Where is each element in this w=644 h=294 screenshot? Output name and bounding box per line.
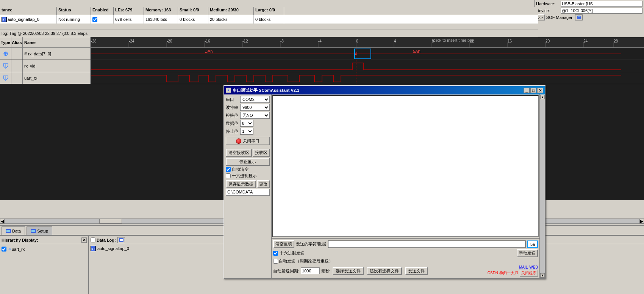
manual-send-btn[interactable]: 手动发送: [517, 249, 538, 257]
scom-title-controls: _ □ ✕: [524, 88, 543, 93]
tab-setup-label: Setup: [37, 229, 48, 233]
tab-setup[interactable]: Setup: [27, 226, 52, 235]
scom-window[interactable]: 串口调试助手 SComAssistant V2.1 _ □ ✕ 串口 COM2: [224, 85, 546, 279]
no-file-btn[interactable]: 还没有选择文件: [367, 267, 402, 275]
svg-text:0: 0: [356, 39, 358, 43]
hex-send-checkbox[interactable]: [273, 251, 278, 256]
svg-text:20: 20: [546, 39, 550, 43]
device-value[interactable]: @1: 10CL006[Y]: [561, 8, 642, 14]
minimize-btn[interactable]: _: [524, 88, 530, 93]
v-scrollbar-right[interactable]: ▲ ▼: [539, 94, 545, 278]
sof-manager-label: SOF Manager:: [546, 15, 574, 20]
scom-left-panel: 串口 COM2 波特率 9600 检验位 无NO: [224, 94, 272, 278]
stopbits-select[interactable]: 1: [240, 128, 253, 135]
hierarchy-item-uartrx[interactable]: ➜ uart_rx: [2, 246, 87, 252]
tab-data[interactable]: Data: [2, 226, 25, 235]
instance-name-cell[interactable]: ST auto_signaltap_0: [0, 15, 57, 24]
baud-select[interactable]: 9600: [240, 104, 270, 111]
scroll-down-btn[interactable]: ▼: [540, 273, 545, 278]
uartrx-name: uart_rx: [23, 72, 91, 84]
send-row-2: 十六进制发送 手动发送: [273, 249, 538, 257]
recv-area-btn[interactable]: 接收区: [253, 149, 270, 157]
databits-select[interactable]: 8: [240, 120, 253, 127]
send-chars-label: 发送的字符/数据: [296, 241, 326, 247]
rxvld-alias: [11, 60, 23, 72]
save-data-btn[interactable]: 保存显示数据: [226, 180, 256, 188]
close-btn[interactable]: ✕: [537, 88, 543, 93]
instance-small: 0 blocks: [178, 15, 208, 24]
parity-select[interactable]: 无NO: [240, 112, 270, 119]
open-port-btn[interactable]: 关闭串口: [226, 137, 270, 145]
scom-right-panel: 清空重填 发送的字符/数据 5a 十六进制发送 手动发送: [272, 94, 545, 278]
save-buttons-row: 保存显示数据 更改: [226, 180, 270, 188]
stop-display-btn[interactable]: 停止显示: [226, 158, 270, 166]
col-status: Status: [57, 7, 91, 15]
watermark-links: MAIL WEB: [519, 265, 538, 270]
send-input[interactable]: [328, 241, 526, 248]
scom-body: 串口 COM2 波特率 9600 检验位 无NO: [224, 94, 545, 278]
instance-les: 679 cells: [114, 15, 144, 24]
signal-header: Type Alias Name -28 -24 -20 -16: [0, 37, 644, 48]
scroll-up-btn[interactable]: ▲: [540, 95, 545, 99]
web-link[interactable]: WEB: [529, 265, 538, 270]
scroll-right-btn[interactable]: ▶: [639, 219, 644, 223]
baud-row: 波特率 9600: [226, 104, 270, 111]
auto-clear-checkbox[interactable]: [226, 167, 231, 172]
svg-text:-28: -28: [91, 39, 97, 43]
svg-rect-86: [6, 230, 10, 232]
expand-icon[interactable]: ⊞: [24, 52, 27, 56]
close-program-btn[interactable]: 关闭程序: [520, 270, 538, 277]
mail-link[interactable]: MAIL: [519, 265, 528, 270]
auto-clear-row: 自动清空: [226, 167, 270, 172]
svg-text:-20: -20: [167, 39, 172, 43]
select-file-btn[interactable]: 选择发送文件: [333, 267, 364, 275]
timeline-ticks-area: -28 -24 -20 -16 -12 -8 -4 0 4: [91, 37, 644, 47]
hierarchy-checkbox[interactable]: [2, 247, 6, 252]
scroll-left-btn[interactable]: ◀: [0, 219, 5, 223]
rxdata-wave-svg: DAh 5Ah X: [91, 48, 644, 60]
hierarchy-close-btn[interactable]: ✕: [81, 237, 87, 243]
tab-data-label: Data: [12, 229, 21, 233]
modify-btn[interactable]: 更改: [257, 180, 270, 188]
log-bar: log: Trig @ 2022/02/03 22:39:27 (0:0:8.3…: [0, 30, 538, 37]
svg-rect-92: [228, 90, 229, 91]
signal-row-rxvld[interactable]: rx_vld: [0, 60, 644, 72]
receive-textarea[interactable]: [272, 95, 539, 237]
hex-display-row: 十六进制显示: [226, 173, 270, 179]
period-label: 自动发送周期:: [273, 268, 299, 274]
clear-reset-btn[interactable]: 清空重填: [273, 240, 294, 248]
auto-send-checkbox[interactable]: [273, 259, 278, 264]
port-label: 串口: [226, 97, 240, 102]
scroll-thumb[interactable]: [99, 219, 122, 223]
timebar-notice[interactable]: click to insert time bar: [433, 38, 474, 42]
port-row: 串口 COM2: [226, 96, 270, 103]
send-value-box[interactable]: 5a: [527, 241, 538, 248]
baud-label: 波特率: [226, 105, 240, 110]
signal-row-rxdata[interactable]: ⊕ ⊞ rx_data[7..0] DAh 5Ah X: [0, 48, 644, 60]
col-medium: Medium: 20/30: [208, 7, 254, 15]
maximize-btn[interactable]: □: [530, 88, 536, 93]
instance-enabled[interactable]: [91, 15, 114, 24]
clear-recv-btn[interactable]: 清空接收区: [226, 149, 252, 157]
send-file-btn[interactable]: 发送文件: [405, 267, 428, 275]
hardware-value[interactable]: USB-Blaster [US: [561, 1, 642, 7]
hex-display-label: 十六进制显示: [232, 173, 257, 179]
hex-display-checkbox[interactable]: [226, 173, 231, 178]
period-input[interactable]: [301, 267, 320, 274]
datalog-checkbox[interactable]: [91, 237, 95, 242]
enabled-checkbox[interactable]: [92, 17, 97, 22]
auto-clear-label: 自动清空: [232, 167, 249, 172]
period-unit: 毫秒: [321, 268, 330, 274]
signal-row-uartrx[interactable]: uart_rx: [0, 72, 644, 84]
hierarchy-panel: Hierarchy Display: ✕ ➜ uart_rx: [0, 236, 89, 294]
sof-icon[interactable]: [575, 14, 583, 20]
port-select[interactable]: COM2: [240, 96, 270, 103]
type-col-header: Type: [0, 37, 11, 47]
instance-memory: 163840 bits: [144, 15, 178, 24]
datalog-icon-btn[interactable]: [117, 237, 125, 243]
hierarchy-content: ➜ uart_rx: [0, 244, 88, 254]
uartrx-waveform: [91, 72, 644, 84]
receive-area-container: 清空重填 发送的字符/数据 5a 十六进制发送 手动发送: [272, 94, 539, 278]
instance-row[interactable]: ST auto_signaltap_0 Not running 679 cell…: [0, 15, 538, 24]
svg-text:-12: -12: [242, 39, 248, 43]
